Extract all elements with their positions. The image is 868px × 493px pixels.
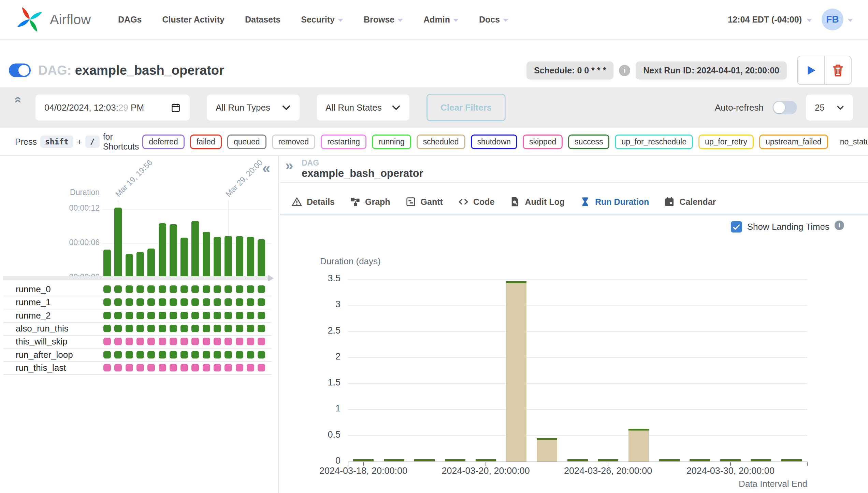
status-filter-shutdown[interactable]: shutdown	[471, 135, 517, 149]
mini-chart-bar[interactable]	[225, 236, 232, 278]
task-instance-run-after-loop[interactable]	[236, 351, 243, 358]
task-instance-runme-2[interactable]	[203, 312, 210, 319]
task-instance-runme-0[interactable]	[159, 285, 166, 293]
task-instance-runme-0[interactable]	[225, 285, 232, 293]
task-instance-also-run-this[interactable]	[114, 325, 122, 332]
mini-chart-bar[interactable]	[103, 250, 111, 278]
status-filter-scheduled[interactable]: scheduled	[417, 135, 465, 149]
task-instance-this-will-skip[interactable]	[136, 338, 144, 345]
task-instance-runme-1[interactable]	[225, 298, 232, 306]
mini-chart-bar[interactable]	[236, 236, 243, 278]
run-states-select[interactable]: All Run States	[317, 95, 409, 121]
task-instance-run-after-loop[interactable]	[114, 351, 122, 358]
task-instance-also-run-this[interactable]	[225, 325, 232, 332]
task-instance-run-after-loop[interactable]	[147, 351, 155, 358]
task-instance-this-will-skip[interactable]	[225, 338, 232, 345]
task-instance-run-this-last[interactable]	[191, 364, 199, 371]
task-instance-this-will-skip[interactable]	[236, 338, 243, 345]
tab-run-duration[interactable]: Run Duration	[580, 190, 649, 214]
task-instance-this-will-skip[interactable]	[180, 338, 188, 345]
task-instance-runme-1[interactable]	[203, 298, 210, 306]
task-instance-runme-0[interactable]	[170, 285, 177, 293]
mini-chart-bar[interactable]	[126, 254, 133, 278]
task-instance-runme-0[interactable]	[203, 285, 210, 293]
task-instance-runme-1[interactable]	[136, 298, 144, 306]
status-filter-restarting[interactable]: restarting	[321, 135, 366, 149]
tab-audit-log[interactable]: Audit Log	[509, 190, 565, 214]
task-instance-runme-2[interactable]	[147, 312, 155, 319]
task-instance-runme-2[interactable]	[258, 312, 265, 319]
mini-chart-bar[interactable]	[214, 237, 221, 278]
collapse-filters-icon[interactable]: «	[12, 96, 25, 103]
task-instance-also-run-this[interactable]	[103, 325, 111, 332]
task-instance-runme-2[interactable]	[191, 312, 199, 319]
mini-chart-bar[interactable]	[191, 221, 199, 278]
task-instance-run-this-last[interactable]	[203, 364, 210, 371]
task-instance-run-after-loop[interactable]	[136, 351, 144, 358]
show-landing-times-checkbox[interactable]	[731, 221, 742, 233]
task-instance-runme-0[interactable]	[147, 285, 155, 293]
task-instance-this-will-skip[interactable]	[191, 338, 199, 345]
task-label-runme-0[interactable]: runme_0	[16, 284, 51, 295]
mini-chart-bar[interactable]	[247, 237, 254, 278]
task-instance-run-after-loop[interactable]	[159, 351, 166, 358]
task-instance-also-run-this[interactable]	[180, 325, 188, 332]
task-instance-also-run-this[interactable]	[170, 325, 177, 332]
task-instance-runme-2[interactable]	[159, 312, 166, 319]
task-instance-runme-0[interactable]	[126, 285, 133, 293]
task-instance-runme-1[interactable]	[103, 298, 111, 306]
task-instance-this-will-skip[interactable]	[170, 338, 177, 345]
status-filter-up-for-retry[interactable]: up_for_retry	[698, 135, 754, 149]
mini-chart-bar[interactable]	[136, 252, 144, 278]
task-label-run-this-last[interactable]: run_this_last	[16, 362, 66, 373]
nav-item-cluster-activity[interactable]: Cluster Activity	[162, 15, 225, 25]
task-instance-also-run-this[interactable]	[136, 325, 144, 332]
status-filter-deferred[interactable]: deferred	[142, 135, 185, 149]
task-instance-runme-1[interactable]	[159, 298, 166, 306]
task-instance-run-this-last[interactable]	[147, 364, 155, 371]
status-filter-queued[interactable]: queued	[227, 135, 266, 149]
task-instance-runme-1[interactable]	[247, 298, 254, 306]
clock-menu[interactable]: 12:04 EDT (-04:00)	[728, 15, 812, 25]
task-instance-also-run-this[interactable]	[258, 325, 265, 332]
status-filter-up-for-reschedule[interactable]: up_for_reschedule	[615, 135, 693, 149]
task-instance-runme-1[interactable]	[214, 298, 221, 306]
task-instance-runme-0[interactable]	[214, 285, 221, 293]
nav-item-browse[interactable]: Browse	[364, 15, 403, 25]
task-instance-run-after-loop[interactable]	[247, 351, 254, 358]
mini-chart-bar[interactable]	[203, 232, 210, 278]
nav-item-datasets[interactable]: Datasets	[245, 15, 280, 25]
page-size-select[interactable]: 25	[806, 95, 853, 121]
task-instance-run-after-loop[interactable]	[225, 351, 232, 358]
status-filter-removed[interactable]: removed	[272, 135, 315, 149]
status-filter-running[interactable]: running	[372, 135, 411, 149]
task-instance-run-this-last[interactable]	[159, 364, 166, 371]
task-instance-also-run-this[interactable]	[159, 325, 166, 332]
clear-filters-button[interactable]: Clear Filters	[426, 94, 506, 121]
task-instance-run-this-last[interactable]	[103, 364, 111, 371]
task-instance-this-will-skip[interactable]	[147, 338, 155, 345]
landing-times-info-icon[interactable]: i	[835, 221, 844, 230]
task-instance-runme-1[interactable]	[147, 298, 155, 306]
task-instance-runme-1[interactable]	[180, 298, 188, 306]
task-instance-run-after-loop[interactable]	[170, 351, 177, 358]
task-instance-run-this-last[interactable]	[126, 364, 133, 371]
task-instance-also-run-this[interactable]	[126, 325, 133, 332]
task-instance-runme-2[interactable]	[236, 312, 243, 319]
task-label-this-will-skip[interactable]: this_will_skip	[16, 336, 68, 347]
task-instance-this-will-skip[interactable]	[159, 338, 166, 345]
task-instance-runme-2[interactable]	[114, 312, 122, 319]
nav-item-dags[interactable]: DAGs	[118, 15, 142, 25]
trigger-dag-button[interactable]	[798, 56, 824, 84]
task-instance-also-run-this[interactable]	[247, 325, 254, 332]
task-instance-runme-1[interactable]	[258, 298, 265, 306]
mini-chart-bar[interactable]	[159, 223, 166, 278]
task-instance-run-after-loop[interactable]	[191, 351, 199, 358]
nav-item-admin[interactable]: Admin	[423, 15, 459, 25]
task-label-run-after-loop[interactable]: run_after_loop	[16, 349, 73, 360]
tab-calendar[interactable]: Calendar	[664, 190, 716, 214]
task-instance-also-run-this[interactable]	[191, 325, 199, 332]
task-instance-run-after-loop[interactable]	[203, 351, 210, 358]
task-instance-this-will-skip[interactable]	[247, 338, 254, 345]
task-instance-this-will-skip[interactable]	[114, 338, 122, 345]
